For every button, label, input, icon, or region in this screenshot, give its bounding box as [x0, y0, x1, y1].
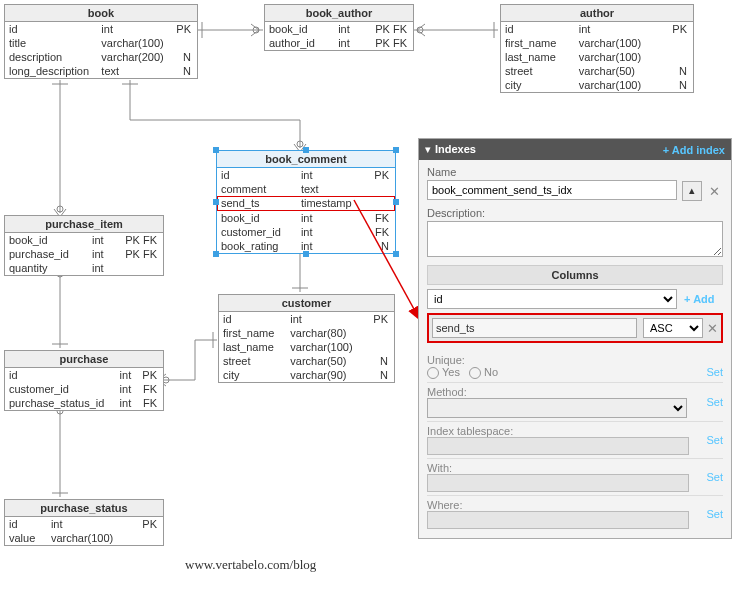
entity-title: book_comment: [217, 151, 395, 168]
collapse-icon[interactable]: ▾: [425, 143, 431, 155]
with-label: With:: [427, 462, 452, 474]
tablespace-input[interactable]: [427, 437, 689, 455]
description-label: Description:: [427, 207, 723, 219]
entity-columns: idintPK titlevarchar(100) descriptionvar…: [5, 22, 197, 78]
svg-point-2: [253, 27, 259, 33]
entity-purchase[interactable]: purchase idintPK customer_idintFK purcha…: [4, 350, 164, 411]
collapse-index-button[interactable]: ▴: [682, 181, 702, 201]
entity-title: purchase: [5, 351, 163, 368]
resize-handle[interactable]: [393, 147, 399, 153]
unique-yes-radio[interactable]: [427, 367, 439, 379]
add-index-button[interactable]: + Add index: [663, 144, 725, 156]
entity-title: customer: [219, 295, 394, 312]
footer-url: www.vertabelo.com/blog: [185, 557, 316, 573]
entity-title: author: [501, 5, 693, 22]
svg-point-5: [417, 27, 423, 33]
entity-columns: idintPK valuevarchar(100): [5, 517, 163, 545]
entity-columns: book_idintPK FK purchase_idintPK FK quan…: [5, 233, 163, 275]
entity-columns: idintPK customer_idintFK purchase_status…: [5, 368, 163, 410]
with-input[interactable]: [427, 474, 689, 492]
entity-book-comment[interactable]: book_comment idintPK commenttext send_ts…: [216, 150, 396, 254]
method-select[interactable]: [427, 398, 687, 418]
entity-author[interactable]: author idintPK first_namevarchar(100) la…: [500, 4, 694, 93]
set-tablespace-button[interactable]: Set: [706, 434, 723, 446]
indexes-panel: ▾Indexes + Add index Name ▴ ✕ Descriptio…: [418, 138, 732, 539]
entity-columns: idintPK commenttext send_tstimestamp boo…: [217, 168, 395, 253]
panel-header[interactable]: ▾Indexes + Add index: [419, 139, 731, 160]
method-label: Method:: [427, 386, 467, 398]
unique-label: Unique:: [427, 354, 465, 366]
entity-title: book: [5, 5, 197, 22]
index-column-row: send_ts ASC ✕: [427, 313, 723, 343]
entity-title: purchase_status: [5, 500, 163, 517]
unique-no-radio[interactable]: [469, 367, 481, 379]
set-where-button[interactable]: Set: [706, 508, 723, 520]
set-unique-button[interactable]: Set: [706, 366, 723, 378]
add-column-button[interactable]: + Add: [684, 293, 714, 305]
highlighted-column-send-ts: send_tstimestamp: [217, 196, 395, 211]
entity-book[interactable]: book idintPK titlevarchar(100) descripti…: [4, 4, 198, 79]
index-column-name[interactable]: send_ts: [432, 318, 637, 338]
resize-handle[interactable]: [213, 251, 219, 257]
where-input[interactable]: [427, 511, 689, 529]
tablespace-label: Index tablespace:: [427, 425, 513, 437]
resize-handle[interactable]: [213, 147, 219, 153]
entity-columns: idintPK first_namevarchar(100) last_name…: [501, 22, 693, 92]
delete-index-button[interactable]: ✕: [709, 184, 720, 199]
set-method-button[interactable]: Set: [706, 396, 723, 408]
index-name-input[interactable]: [427, 180, 677, 200]
column-select[interactable]: id: [427, 289, 677, 309]
columns-header: Columns: [427, 265, 723, 285]
entity-title: purchase_item: [5, 216, 163, 233]
entity-purchase-status[interactable]: purchase_status idintPK valuevarchar(100…: [4, 499, 164, 546]
resize-handle[interactable]: [393, 199, 399, 205]
resize-handle[interactable]: [213, 199, 219, 205]
entity-book-author[interactable]: book_author book_idintPK FK author_idint…: [264, 4, 414, 51]
entity-purchase-item[interactable]: purchase_item book_idintPK FK purchase_i…: [4, 215, 164, 276]
name-label: Name: [427, 166, 723, 178]
set-with-button[interactable]: Set: [706, 471, 723, 483]
resize-handle[interactable]: [303, 147, 309, 153]
resize-handle[interactable]: [393, 251, 399, 257]
entity-title: book_author: [265, 5, 413, 22]
entity-columns: book_idintPK FK author_idintPK FK: [265, 22, 413, 50]
entity-columns: idintPK first_namevarchar(80) last_namev…: [219, 312, 394, 382]
sort-order-select[interactable]: ASC: [643, 318, 703, 338]
svg-point-9: [57, 206, 63, 212]
entity-customer[interactable]: customer idintPK first_namevarchar(80) l…: [218, 294, 395, 383]
panel-title: Indexes: [435, 143, 476, 155]
resize-handle[interactable]: [303, 251, 309, 257]
description-input[interactable]: [427, 221, 723, 257]
where-label: Where:: [427, 499, 462, 511]
remove-column-button[interactable]: ✕: [707, 321, 718, 336]
